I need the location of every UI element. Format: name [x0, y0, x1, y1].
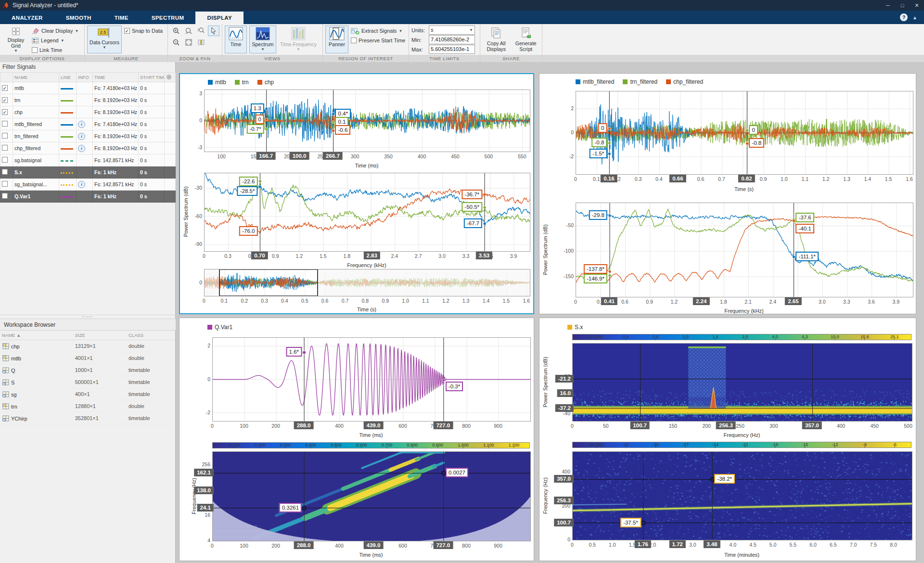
signal-checkbox[interactable] [2, 133, 8, 139]
pointer-tool-button[interactable] [208, 26, 219, 36]
signal-row[interactable]: ✓trnFs: 8.1920e+03 Hz0 s [0, 94, 176, 106]
cursor-value-label[interactable]: -38.2* [714, 474, 735, 484]
signal-checkbox[interactable]: ✓ [2, 85, 8, 91]
cursor-value-label[interactable]: 1.6* [286, 347, 302, 357]
time-frequency-view-button[interactable]: Time-Frequency ▼ [279, 26, 318, 53]
max-input[interactable]: 5.604255103e-1 [429, 45, 475, 54]
minimize-icon[interactable]: ─ [881, 0, 895, 11]
cursor-value-label[interactable]: -50.5* [462, 202, 482, 212]
spectrum-view-button[interactable]: Spectrum ▼ [249, 26, 276, 53]
info-icon[interactable]: i [78, 145, 85, 152]
cursor-badge[interactable]: 2.83 [364, 252, 380, 259]
plot-area[interactable] [204, 90, 530, 152]
workspace-row[interactable]: S500001×1timetable [0, 376, 175, 388]
cursor-value-label[interactable]: -76.0 [239, 226, 257, 236]
cursor-badge[interactable]: 0.41 [601, 297, 617, 305]
copy-all-displays-button[interactable]: Copy All Displays [483, 26, 510, 53]
zoom-in-button[interactable] [170, 26, 182, 36]
signal-row[interactable]: chp_filterediFs: 8.1920e+03 Hz0 s [0, 142, 176, 154]
workspace-row[interactable]: trn12880×1double [0, 400, 175, 412]
pan-button[interactable] [195, 37, 207, 48]
cursor-value-label[interactable]: -0.8 [592, 138, 607, 147]
maximize-icon[interactable]: □ [895, 0, 910, 11]
cursor-badge[interactable]: 100.0 [290, 152, 309, 160]
signal-checkbox[interactable] [2, 121, 8, 127]
signal-table-header[interactable] [165, 73, 176, 82]
signal-checkbox[interactable] [2, 157, 8, 163]
legend-button[interactable]: Legend▼ [32, 36, 78, 45]
cursor-value-label[interactable]: -29.8 [589, 210, 607, 220]
signal-row[interactable]: S.xFs: 1 kHz0 s [0, 166, 176, 179]
cursor-value-label[interactable]: -0.6 [335, 125, 350, 135]
cursor-value-label[interactable]: 1.3 [251, 103, 264, 113]
link-time-checkbox[interactable]: Link Time [32, 46, 78, 54]
cursor-value-label[interactable]: -22.6 [239, 177, 257, 186]
cursor-badge[interactable]: 727.0 [433, 541, 453, 549]
signal-checkbox[interactable] [2, 193, 8, 199]
cursor-badge[interactable]: 3.48 [704, 540, 720, 548]
plot-area[interactable] [576, 203, 913, 297]
cursor-badge[interactable]: 727.0 [433, 422, 453, 429]
signal-row[interactable]: ✓mtlbFs: 7.4180e+03 Hz0 s [0, 82, 176, 94]
panner-button[interactable]: Panner [325, 26, 348, 53]
display-grid-button[interactable]: Display Grid ▼ [2, 26, 29, 53]
cursor-badge[interactable]: 266.7 [323, 152, 343, 160]
fit-to-view-button[interactable] [183, 37, 194, 48]
signal-row[interactable]: sg.batsignalFs: 142.8571 kHz0 s [0, 154, 176, 166]
signal-checkbox[interactable]: ✓ [2, 97, 8, 103]
cursor-badge[interactable]: 0.66 [669, 175, 686, 182]
zoom-y-button[interactable] [195, 26, 207, 36]
info-icon[interactable]: i [78, 133, 85, 140]
cursor-badge-y[interactable]: 16.0 [557, 389, 574, 397]
cursor-value-label[interactable]: -1.5* [590, 149, 607, 158]
cursor-value-label[interactable]: -37.6 [796, 213, 814, 222]
min-input[interactable]: 7.410585260e-2 [429, 35, 475, 44]
cursor-value-label[interactable]: -40.1 [796, 224, 814, 233]
signal-checkbox[interactable] [2, 181, 8, 187]
cursor-badge-y[interactable]: 162.1 [194, 469, 214, 476]
close-icon[interactable]: ✕ [910, 0, 924, 11]
workspace-header[interactable]: CLASS [127, 331, 175, 340]
cursor-badge[interactable]: 0.16 [601, 175, 617, 182]
tab-smooth[interactable]: SMOOTH [54, 12, 103, 24]
display-panel-bottom-left[interactable]: Q.Var120-2010020030040050060070080090028… [179, 318, 534, 561]
cursor-value-label[interactable]: 0 [749, 125, 757, 135]
cursor-badge[interactable]: 1.76 [635, 540, 651, 548]
cursor-value-label[interactable]: -0.8 [749, 138, 764, 148]
display-panel-top-right[interactable]: mtlb_filteredtrn_filteredchp_filtered20-… [539, 73, 916, 314]
signal-checkbox[interactable]: ✓ [2, 109, 8, 115]
workspace-row[interactable]: sg400×1timetable [0, 388, 175, 400]
cursor-value-label[interactable]: 0 [598, 123, 607, 133]
cursor-value-label[interactable]: -36.7* [462, 190, 482, 199]
plot-area[interactable] [212, 337, 531, 422]
cursor-value-label[interactable]: 0.3261 [279, 503, 302, 512]
plot-area[interactable] [576, 91, 913, 175]
tab-display[interactable]: DISPLAY [195, 12, 244, 24]
signal-table-header[interactable] [0, 73, 13, 82]
workspace-row[interactable]: chp13129×1double [0, 340, 175, 352]
time-view-button[interactable]: Time [225, 26, 247, 53]
data-cursors-button[interactable]: 2.5 Data Cursors ▼ [87, 26, 122, 53]
cursor-badge-y[interactable]: 100.7 [554, 519, 574, 526]
workspace-header[interactable]: NAME ▲ [0, 331, 73, 340]
signal-row[interactable]: sg_batsignal...iFs: 142.8571 kHz0 s [0, 179, 176, 191]
cursor-badge[interactable]: 288.0 [294, 422, 314, 429]
signal-row[interactable]: trn_filterediFs: 8.1920e+03 Hz0 s [0, 130, 176, 142]
cursor-badge[interactable]: 2.65 [785, 297, 801, 305]
gear-icon[interactable] [166, 74, 172, 80]
cursor-value-label[interactable]: -28.5* [237, 186, 258, 196]
zoom-x-button[interactable] [183, 26, 194, 36]
workspace-row[interactable]: mtlb4001×1double [0, 352, 175, 364]
signal-table-header[interactable]: LINE [59, 73, 77, 82]
panner-strip[interactable] [204, 269, 530, 296]
cursor-badge[interactable]: 3.53 [476, 252, 492, 259]
cursor-value-label[interactable]: -111.1* [796, 252, 818, 261]
cursor-badge[interactable]: 439.0 [364, 422, 384, 429]
extract-signals-button[interactable]: Extract Signals▼ [351, 26, 405, 35]
cursor-value-label[interactable]: -67.7 [464, 218, 482, 228]
signal-table-header[interactable]: START TIME [139, 73, 165, 82]
cursor-badge[interactable]: 1.72 [669, 540, 685, 548]
cursor-value-label[interactable]: -0.7* [246, 124, 264, 134]
cursor-value-label[interactable]: -0.3* [446, 382, 463, 391]
help-icon[interactable]: ? [900, 13, 908, 21]
